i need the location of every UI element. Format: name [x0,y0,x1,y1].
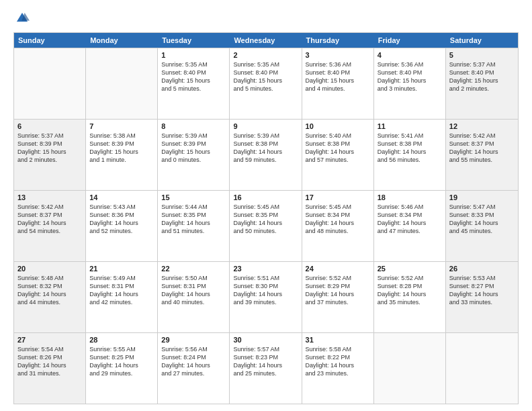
day-number: 14 [89,193,154,201]
day-info: Sunrise: 5:37 AM Sunset: 8:39 PM Dayligh… [17,132,82,165]
day-number: 25 [378,265,442,273]
day-info: Sunrise: 5:41 AM Sunset: 8:38 PM Dayligh… [378,132,442,165]
calendar-cell: 16Sunrise: 5:45 AM Sunset: 8:35 PM Dayli… [230,191,302,261]
calendar-cell: 7Sunrise: 5:38 AM Sunset: 8:39 PM Daylig… [86,120,158,190]
day-number: 1 [161,51,226,59]
day-number: 27 [17,336,82,344]
day-number: 2 [233,51,298,59]
calendar-cell: 25Sunrise: 5:52 AM Sunset: 8:28 PM Dayli… [374,262,446,332]
calendar-row-3: 13Sunrise: 5:42 AM Sunset: 8:37 PM Dayli… [14,190,518,261]
day-number: 31 [306,336,370,344]
day-info: Sunrise: 5:36 AM Sunset: 8:40 PM Dayligh… [306,60,370,93]
day-number: 30 [233,336,298,344]
page: SundayMondayTuesdayWednesdayThursdayFrid… [0,0,532,411]
day-info: Sunrise: 5:42 AM Sunset: 8:37 PM Dayligh… [449,132,515,165]
day-info: Sunrise: 5:47 AM Sunset: 8:33 PM Dayligh… [449,203,515,236]
calendar-row-4: 20Sunrise: 5:48 AM Sunset: 8:32 PM Dayli… [14,261,518,332]
day-number: 17 [306,193,370,201]
calendar-cell: 17Sunrise: 5:45 AM Sunset: 8:34 PM Dayli… [302,191,374,261]
calendar-cell: 18Sunrise: 5:46 AM Sunset: 8:34 PM Dayli… [374,191,446,261]
calendar-cell: 30Sunrise: 5:57 AM Sunset: 8:23 PM Dayli… [230,333,302,404]
day-info: Sunrise: 5:52 AM Sunset: 8:28 PM Dayligh… [378,274,442,307]
calendar-cell: 2Sunrise: 5:35 AM Sunset: 8:40 PM Daylig… [230,48,302,119]
calendar-row-2: 6Sunrise: 5:37 AM Sunset: 8:39 PM Daylig… [14,119,518,190]
calendar-cell: 9Sunrise: 5:39 AM Sunset: 8:38 PM Daylig… [230,120,302,190]
day-info: Sunrise: 5:49 AM Sunset: 8:31 PM Dayligh… [89,274,154,307]
calendar-cell: 29Sunrise: 5:56 AM Sunset: 8:24 PM Dayli… [158,333,230,404]
calendar-cell: 22Sunrise: 5:50 AM Sunset: 8:31 PM Dayli… [158,262,230,332]
calendar-cell: 6Sunrise: 5:37 AM Sunset: 8:39 PM Daylig… [14,120,86,190]
day-info: Sunrise: 5:37 AM Sunset: 8:40 PM Dayligh… [449,60,515,93]
day-number: 5 [449,51,515,59]
day-info: Sunrise: 5:40 AM Sunset: 8:38 PM Dayligh… [306,132,370,165]
day-info: Sunrise: 5:54 AM Sunset: 8:26 PM Dayligh… [17,345,82,378]
day-info: Sunrise: 5:52 AM Sunset: 8:29 PM Dayligh… [306,274,370,307]
calendar-cell: 31Sunrise: 5:58 AM Sunset: 8:22 PM Dayli… [302,333,374,404]
day-number: 12 [449,122,515,130]
calendar-row-5: 27Sunrise: 5:54 AM Sunset: 8:26 PM Dayli… [14,332,518,404]
day-info: Sunrise: 5:43 AM Sunset: 8:36 PM Dayligh… [89,203,154,236]
day-number: 24 [306,265,370,273]
calendar-cell: 11Sunrise: 5:41 AM Sunset: 8:38 PM Dayli… [374,120,446,190]
header-day-sunday: Sunday [14,33,86,48]
day-number: 3 [306,51,370,59]
day-info: Sunrise: 5:36 AM Sunset: 8:40 PM Dayligh… [378,60,442,93]
day-number: 8 [161,122,226,130]
day-info: Sunrise: 5:51 AM Sunset: 8:30 PM Dayligh… [233,274,298,307]
day-number: 20 [17,265,82,273]
calendar: SundayMondayTuesdayWednesdayThursdayFrid… [13,32,519,404]
calendar-cell: 24Sunrise: 5:52 AM Sunset: 8:29 PM Dayli… [302,262,374,332]
day-info: Sunrise: 5:35 AM Sunset: 8:40 PM Dayligh… [161,60,226,93]
day-number: 26 [449,265,515,273]
logo [13,11,31,26]
calendar-cell: 8Sunrise: 5:39 AM Sunset: 8:39 PM Daylig… [158,120,230,190]
day-number: 29 [161,336,226,344]
day-info: Sunrise: 5:46 AM Sunset: 8:34 PM Dayligh… [378,203,442,236]
day-info: Sunrise: 5:55 AM Sunset: 8:25 PM Dayligh… [89,345,154,378]
header-day-friday: Friday [374,33,446,48]
day-info: Sunrise: 5:42 AM Sunset: 8:37 PM Dayligh… [17,203,82,236]
header-day-monday: Monday [86,33,158,48]
header-day-wednesday: Wednesday [230,33,302,48]
calendar-cell: 12Sunrise: 5:42 AM Sunset: 8:37 PM Dayli… [446,120,518,190]
day-number: 11 [378,122,442,130]
day-number: 4 [378,51,442,59]
day-number: 7 [89,122,154,130]
day-number: 28 [89,336,154,344]
day-info: Sunrise: 5:58 AM Sunset: 8:22 PM Dayligh… [306,345,370,378]
calendar-cell: 23Sunrise: 5:51 AM Sunset: 8:30 PM Dayli… [230,262,302,332]
day-number: 16 [233,193,298,201]
day-info: Sunrise: 5:45 AM Sunset: 8:34 PM Dayligh… [306,203,370,236]
header [13,11,519,26]
calendar-cell: 26Sunrise: 5:53 AM Sunset: 8:27 PM Dayli… [446,262,518,332]
day-info: Sunrise: 5:53 AM Sunset: 8:27 PM Dayligh… [449,274,515,307]
calendar-cell: 21Sunrise: 5:49 AM Sunset: 8:31 PM Dayli… [86,262,158,332]
day-info: Sunrise: 5:57 AM Sunset: 8:23 PM Dayligh… [233,345,298,378]
calendar-cell [86,48,158,119]
day-number: 22 [161,265,226,273]
day-number: 23 [233,265,298,273]
calendar-cell: 14Sunrise: 5:43 AM Sunset: 8:36 PM Dayli… [86,191,158,261]
day-info: Sunrise: 5:39 AM Sunset: 8:38 PM Dayligh… [233,132,298,165]
header-day-saturday: Saturday [446,33,518,48]
day-number: 10 [306,122,370,130]
day-info: Sunrise: 5:45 AM Sunset: 8:35 PM Dayligh… [233,203,298,236]
calendar-cell: 20Sunrise: 5:48 AM Sunset: 8:32 PM Dayli… [14,262,86,332]
day-info: Sunrise: 5:56 AM Sunset: 8:24 PM Dayligh… [161,345,226,378]
calendar-cell: 10Sunrise: 5:40 AM Sunset: 8:38 PM Dayli… [302,120,374,190]
calendar-cell: 3Sunrise: 5:36 AM Sunset: 8:40 PM Daylig… [302,48,374,119]
day-number: 13 [17,193,82,201]
calendar-cell: 19Sunrise: 5:47 AM Sunset: 8:33 PM Dayli… [446,191,518,261]
calendar-body: 1Sunrise: 5:35 AM Sunset: 8:40 PM Daylig… [14,48,518,404]
day-number: 21 [89,265,154,273]
day-info: Sunrise: 5:35 AM Sunset: 8:40 PM Dayligh… [233,60,298,93]
header-day-tuesday: Tuesday [158,33,230,48]
calendar-cell: 28Sunrise: 5:55 AM Sunset: 8:25 PM Dayli… [86,333,158,404]
day-info: Sunrise: 5:44 AM Sunset: 8:35 PM Dayligh… [161,203,226,236]
day-info: Sunrise: 5:48 AM Sunset: 8:32 PM Dayligh… [17,274,82,307]
header-day-thursday: Thursday [302,33,374,48]
day-number: 15 [161,193,226,201]
calendar-cell: 1Sunrise: 5:35 AM Sunset: 8:40 PM Daylig… [158,48,230,119]
calendar-cell: 15Sunrise: 5:44 AM Sunset: 8:35 PM Dayli… [158,191,230,261]
calendar-cell [14,48,86,119]
